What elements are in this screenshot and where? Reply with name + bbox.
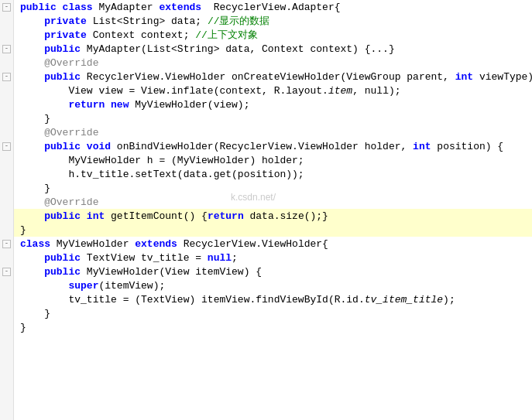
token [20,266,44,278]
token: ); [443,294,455,306]
token: MyViewHolder(View itemView) { [87,266,262,278]
token [20,57,44,69]
token: RecyclerView.Adapter{ [208,2,341,13]
token [20,141,44,152]
fold-icon[interactable]: - [2,268,11,276]
gutter-cell-1[interactable]: - [0,0,13,14]
token: ();} [304,210,328,222]
fold-icon[interactable]: - [2,3,11,12]
token [20,71,44,83]
code-line-3: private Context context; //上下文对象 [14,28,532,42]
gutter-cell-11[interactable]: - [0,139,13,153]
code-line-16: public int getItemCount() {return data.s… [14,209,532,223]
token: RecyclerView.ViewHolder onCreateViewHold… [87,71,455,83]
token: ; [232,252,238,264]
token: super [68,280,98,292]
token: ; [195,15,201,27]
token: size [280,210,304,222]
code-line-18: class MyViewHolder extends RecyclerView.… [14,237,532,251]
token [20,127,44,138]
token: return [68,99,111,111]
token: RecyclerView.ViewHolder{ [184,238,328,250]
gutter-cell-6[interactable]: - [0,70,13,84]
code-line-4: public MyAdapter(List<String> data, Cont… [14,42,532,56]
token: public [44,141,87,152]
gutter-cell-13 [0,167,13,181]
fold-icon[interactable]: - [2,240,11,248]
code-editor: ------ k.csdn.net/ public class MyAdapte… [0,0,532,420]
gutter-cell-4[interactable]: - [0,42,13,56]
token [20,294,68,306]
token: } [20,322,26,333]
code-line-12: MyViewHolder h = (MyViewHolder) holder; [14,153,532,167]
gutter-cell-19 [0,251,13,265]
token: @Override [44,196,98,208]
token: public [44,252,87,264]
gutter-cell-20[interactable]: - [0,265,13,278]
token: view = View. [93,85,171,97]
token: MyViewHolder [57,238,135,250]
code-line-23: } [14,306,532,320]
fold-icon[interactable]: - [2,73,11,81]
gutter-cell-5 [0,56,13,70]
token: null [208,252,232,264]
code-line-7: View view = View.inflate(context, R.layo… [14,84,532,97]
token [20,99,68,111]
token [20,169,68,180]
gutter-cell-23 [0,306,13,320]
token: int [455,71,479,83]
token: List<String> [93,15,166,27]
code-line-14: } [14,181,532,195]
token: private [44,15,92,27]
code-line-11: public void onBindViewHolder(RecyclerVie… [14,139,532,153]
code-line-2: private List<String> data; //显示的数据 [14,14,532,28]
token [20,196,44,208]
token [20,155,68,166]
token: public [44,43,87,55]
token: extends [135,238,183,250]
token: MyViewHolder(view); [135,99,249,111]
gutter-cell-8 [0,97,13,111]
gutter-cell-17 [0,223,13,237]
code-line-15: @Override [14,195,532,209]
code-line-21: super(itemView); [14,278,532,292]
code-line-17: } [14,223,532,237]
token: context [135,29,183,41]
token: MyAdapter(List<String> data, Context con… [87,43,395,55]
token: } [20,113,50,125]
token: MyAdapter [98,2,159,13]
token [20,43,44,55]
fold-icon[interactable]: - [2,45,11,53]
code-line-24: } [14,320,532,334]
gutter-cell-22 [0,292,13,306]
token: (itemView); [98,280,165,292]
token: (context, R.layout. [214,85,328,97]
token [20,280,68,292]
token: public [44,210,87,222]
token: item [328,85,352,97]
gutter-cell-15 [0,195,13,209]
gutter: ------ [0,0,14,420]
token: public [44,71,87,83]
code-line-6: public RecyclerView.ViewHolder onCreateV… [14,70,532,84]
token [20,252,44,264]
token: } [20,224,26,236]
token: public [20,2,63,13]
token: return [208,210,250,222]
token: private [44,29,92,41]
token: TextView tv_title = [87,252,208,264]
token [20,85,68,97]
fold-icon[interactable]: - [2,142,11,151]
gutter-cell-2 [0,14,13,28]
gutter-cell-24 [0,320,13,334]
gutter-cell-21 [0,278,13,292]
token: } [20,308,50,319]
code-line-13: h.tv_title.setText(data.get(position)); [14,167,532,181]
token: int [413,141,437,152]
gutter-cell-9 [0,111,13,125]
token: //上下文对象 [189,28,257,42]
gutter-cell-10 [0,125,13,139]
code-line-5: @Override [14,56,532,70]
gutter-cell-18[interactable]: - [0,237,13,251]
gutter-cell-14 [0,181,13,195]
